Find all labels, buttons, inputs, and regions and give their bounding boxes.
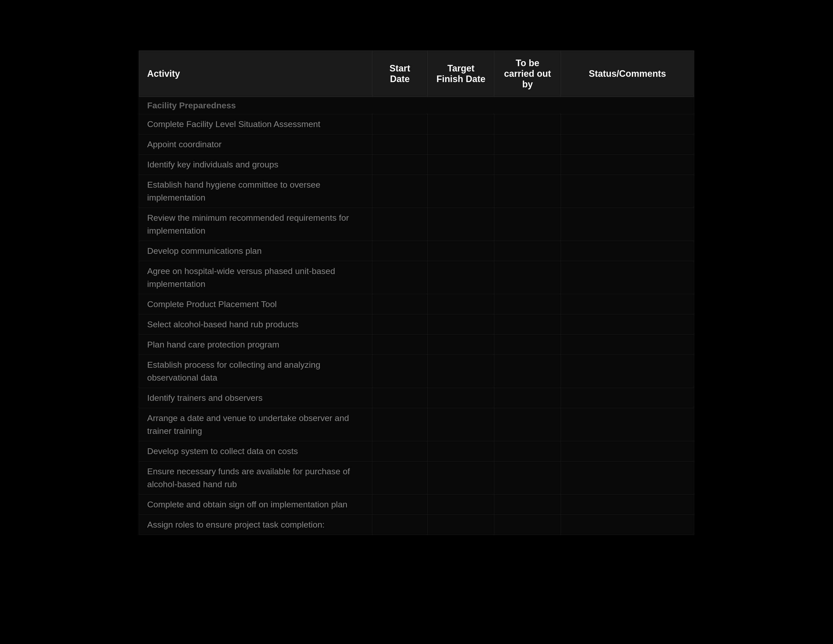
carried-out-cell bbox=[494, 175, 561, 208]
start-date-cell bbox=[372, 494, 428, 515]
activity-cell: Complete Product Placement Tool bbox=[139, 294, 372, 314]
activity-cell: Ensure necessary funds are available for… bbox=[139, 461, 372, 494]
carried-out-cell bbox=[494, 335, 561, 355]
carried-out-cell bbox=[494, 261, 561, 294]
target-finish-cell bbox=[428, 314, 494, 335]
activity-cell: Develop system to collect data on costs bbox=[139, 441, 372, 461]
status-cell bbox=[561, 175, 694, 208]
target-finish-cell bbox=[428, 441, 494, 461]
activity-cell: Review the minimum recommended requireme… bbox=[139, 208, 372, 241]
carried-out-cell bbox=[494, 388, 561, 408]
start-date-cell bbox=[372, 461, 428, 494]
table-row: Arrange a date and venue to undertake ob… bbox=[139, 408, 694, 441]
target-finish-cell bbox=[428, 208, 494, 241]
target-finish-cell bbox=[428, 261, 494, 294]
target-finish-cell bbox=[428, 294, 494, 314]
status-cell bbox=[561, 494, 694, 515]
table-row: Identify key individuals and groups bbox=[139, 155, 694, 175]
activity-cell: Agree on hospital-wide versus phased uni… bbox=[139, 261, 372, 294]
status-cell bbox=[561, 261, 694, 294]
start-date-cell bbox=[372, 134, 428, 155]
target-finish-column-header: Target Finish Date bbox=[428, 51, 494, 97]
carried-out-cell bbox=[494, 294, 561, 314]
carried-out-cell bbox=[494, 494, 561, 515]
activity-cell: Select alcohol-based hand rub products bbox=[139, 314, 372, 335]
main-table-container: Activity Start Date Target Finish Date T… bbox=[139, 50, 694, 535]
start-date-cell bbox=[372, 441, 428, 461]
activity-cell: Plan hand care protection program bbox=[139, 335, 372, 355]
carried-out-cell bbox=[494, 441, 561, 461]
start-date-cell bbox=[372, 388, 428, 408]
target-finish-cell bbox=[428, 114, 494, 134]
activity-cell: Identify trainers and observers bbox=[139, 388, 372, 408]
table-row: Develop communications plan bbox=[139, 241, 694, 261]
carried-out-cell bbox=[494, 134, 561, 155]
status-cell bbox=[561, 441, 694, 461]
carried-out-cell bbox=[494, 114, 561, 134]
target-finish-cell bbox=[428, 388, 494, 408]
table-row: Develop system to collect data on costs bbox=[139, 441, 694, 461]
table-row: Establish hand hygiene committee to over… bbox=[139, 175, 694, 208]
activity-cell: Arrange a date and venue to undertake ob… bbox=[139, 408, 372, 441]
carried-out-cell bbox=[494, 408, 561, 441]
carried-out-cell bbox=[494, 155, 561, 175]
target-finish-cell bbox=[428, 241, 494, 261]
status-column-header: Status/Comments bbox=[561, 51, 694, 97]
activity-column-header: Activity bbox=[139, 51, 372, 97]
section-title-cell: Facility Preparedness bbox=[139, 97, 694, 114]
start-date-cell bbox=[372, 241, 428, 261]
target-finish-cell bbox=[428, 461, 494, 494]
table-row: Complete and obtain sign off on implemen… bbox=[139, 494, 694, 515]
activity-cell: Establish process for collecting and ana… bbox=[139, 355, 372, 388]
table-row: Appoint coordinator bbox=[139, 134, 694, 155]
carried-out-cell bbox=[494, 314, 561, 335]
start-date-cell bbox=[372, 335, 428, 355]
activity-cell: Develop communications plan bbox=[139, 241, 372, 261]
table-header-row: Activity Start Date Target Finish Date T… bbox=[139, 51, 694, 97]
table-row: Agree on hospital-wide versus phased uni… bbox=[139, 261, 694, 294]
start-date-cell bbox=[372, 515, 428, 535]
status-cell bbox=[561, 155, 694, 175]
status-cell bbox=[561, 114, 694, 134]
target-finish-cell bbox=[428, 355, 494, 388]
status-cell bbox=[561, 515, 694, 535]
carried-out-cell bbox=[494, 461, 561, 494]
table-row: Select alcohol-based hand rub products bbox=[139, 314, 694, 335]
carried-out-cell bbox=[494, 241, 561, 261]
target-finish-cell bbox=[428, 335, 494, 355]
table-row: Identify trainers and observers bbox=[139, 388, 694, 408]
target-finish-cell bbox=[428, 155, 494, 175]
status-cell bbox=[561, 134, 694, 155]
start-date-cell bbox=[372, 114, 428, 134]
start-date-cell bbox=[372, 294, 428, 314]
target-finish-cell bbox=[428, 494, 494, 515]
start-date-column-header: Start Date bbox=[372, 51, 428, 97]
start-date-cell bbox=[372, 355, 428, 388]
section-title-row: Facility Preparedness bbox=[139, 97, 694, 114]
activity-table: Activity Start Date Target Finish Date T… bbox=[139, 50, 694, 535]
target-finish-cell bbox=[428, 134, 494, 155]
target-finish-cell bbox=[428, 175, 494, 208]
target-finish-cell bbox=[428, 515, 494, 535]
section-title-text: Facility Preparedness bbox=[147, 100, 236, 110]
table-row: Review the minimum recommended requireme… bbox=[139, 208, 694, 241]
table-row: Complete Product Placement Tool bbox=[139, 294, 694, 314]
target-finish-cell bbox=[428, 408, 494, 441]
status-cell bbox=[561, 241, 694, 261]
table-row: Plan hand care protection program bbox=[139, 335, 694, 355]
activity-cell: Identify key individuals and groups bbox=[139, 155, 372, 175]
start-date-cell bbox=[372, 155, 428, 175]
activity-cell: Complete and obtain sign off on implemen… bbox=[139, 494, 372, 515]
table-row: Assign roles to ensure project task comp… bbox=[139, 515, 694, 535]
start-date-cell bbox=[372, 314, 428, 335]
activity-cell: Assign roles to ensure project task comp… bbox=[139, 515, 372, 535]
status-cell bbox=[561, 408, 694, 441]
carried-out-cell bbox=[494, 355, 561, 388]
table-row: Complete Facility Level Situation Assess… bbox=[139, 114, 694, 134]
activity-cell: Complete Facility Level Situation Assess… bbox=[139, 114, 372, 134]
status-cell bbox=[561, 208, 694, 241]
start-date-cell bbox=[372, 208, 428, 241]
status-cell bbox=[561, 388, 694, 408]
carried-out-cell bbox=[494, 208, 561, 241]
start-date-cell bbox=[372, 175, 428, 208]
